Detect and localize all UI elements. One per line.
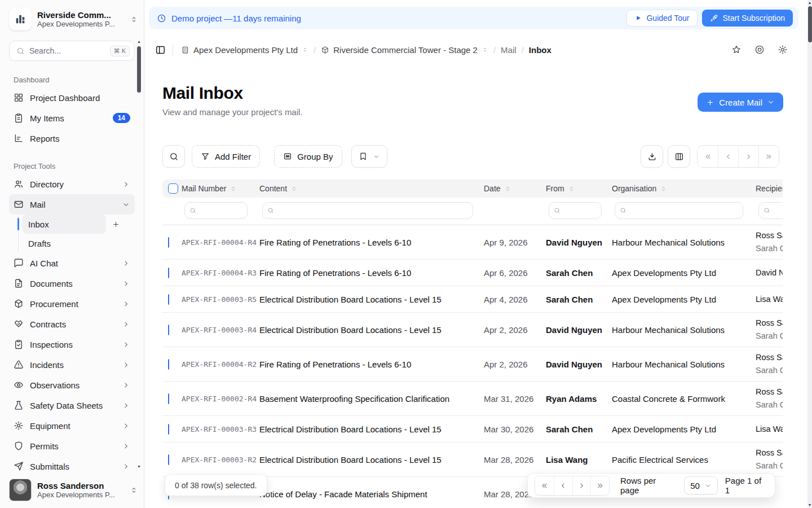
breadcrumb-project[interactable]: Riverside Commercial Tower - Stage 2	[321, 45, 488, 55]
table-search-button[interactable]	[162, 145, 185, 168]
row-checkbox[interactable]	[168, 294, 169, 305]
sidebar-item-ai-chat[interactable]: AI Chat	[9, 253, 135, 273]
row-checkbox[interactable]	[168, 393, 169, 404]
start-subscription-button[interactable]: Start Subscription	[702, 10, 793, 27]
next-page-button[interactable]	[738, 146, 758, 167]
add-filter-button[interactable]: Add Filter	[192, 145, 260, 168]
column-header-content[interactable]: Content	[259, 184, 484, 193]
user-menu[interactable]: Ross Sanderson Apex Developments P...	[0, 472, 144, 508]
breadcrumb-mail[interactable]: Mail	[501, 45, 517, 55]
sidebar-item-directory[interactable]: Directory	[9, 174, 135, 194]
export-download-button[interactable]	[641, 145, 663, 168]
filter-input-recipients[interactable]	[758, 202, 783, 219]
sidebar-scrollbar[interactable]: ▲ ▼	[137, 40, 141, 471]
select-all-checkbox[interactable]	[168, 183, 178, 194]
table-row[interactable]: APEX-RFI-00004-R4 Fire Rating of Penetra…	[162, 225, 783, 260]
row-checkbox[interactable]	[168, 325, 169, 335]
table-row[interactable]: APEX-RFI-00003-R2 Electrical Distributio…	[162, 443, 783, 477]
column-header-recipients[interactable]: Recipients	[756, 184, 783, 193]
table-row[interactable]: APEX-RFI-00003-R5 Electrical Distributio…	[162, 286, 783, 313]
prev-page-button[interactable]	[718, 146, 738, 167]
sidebar-item-inspections[interactable]: Inspections	[9, 334, 135, 354]
sidebar-toggle-button[interactable]	[155, 45, 166, 55]
filter-input-from[interactable]	[549, 202, 602, 219]
group-by-button[interactable]: Group By	[274, 145, 342, 168]
saved-views-button[interactable]	[351, 145, 387, 168]
org-switcher[interactable]: Riverside Comm... Apex Developments P...	[0, 0, 144, 36]
row-checkbox[interactable]	[168, 359, 169, 370]
sidebar-item-my-items[interactable]: My Items14	[9, 108, 135, 128]
scroll-down-arrow-icon[interactable]: ▼	[137, 465, 141, 468]
sort-icon[interactable]	[230, 185, 237, 192]
column-header-date[interactable]: Date	[484, 184, 546, 193]
chevron-right-icon	[122, 361, 130, 369]
sidebar-subitem-inbox[interactable]: Inbox	[23, 214, 106, 234]
settings-gear-icon[interactable]	[778, 45, 788, 55]
help-icon[interactable]	[754, 45, 765, 55]
columns-button[interactable]	[668, 145, 690, 168]
sidebar-item-permits[interactable]: Permits	[9, 436, 135, 456]
sidebar-item-contracts[interactable]: Contracts	[9, 314, 135, 334]
table-row[interactable]: APEX-RFI-00003-R4 Electrical Distributio…	[162, 313, 783, 347]
row-checkbox[interactable]	[168, 237, 169, 248]
column-header-from[interactable]: From	[546, 184, 612, 193]
rocket-icon	[710, 14, 718, 23]
sidebar-item-submittals[interactable]: Submittals	[9, 456, 135, 472]
table-row[interactable]: APEX-RFI-00003-R3 Electrical Distributio…	[162, 416, 783, 443]
scroll-up-arrow-icon[interactable]: ▲	[807, 1, 812, 5]
sidebar-item-procurement[interactable]: Procurement	[9, 294, 135, 314]
first-page-button[interactable]	[698, 146, 718, 167]
content-cell: Electrical Distribution Board Locations …	[259, 325, 484, 335]
add-mail-plus-icon[interactable]	[112, 214, 120, 234]
row-checkbox[interactable]	[168, 454, 169, 465]
from-cell: Lisa Wang	[546, 455, 612, 465]
last-page-button[interactable]	[758, 146, 779, 167]
next-page-button[interactable]	[572, 476, 591, 495]
sort-icon[interactable]	[660, 185, 667, 192]
filter-input-organisation[interactable]	[615, 202, 743, 219]
page-size-select[interactable]: 50	[684, 476, 718, 494]
last-page-button[interactable]	[590, 476, 609, 495]
sort-icon[interactable]	[568, 185, 575, 192]
column-header-mail-number[interactable]: Mail Number	[182, 184, 259, 193]
mail-number-cell: APEX-RFI-00003-R5	[182, 295, 259, 304]
sidebar-item-project-dashboard[interactable]: Project Dashboard	[9, 87, 135, 108]
filter-input-content[interactable]	[262, 202, 473, 219]
sidebar-item-equipment[interactable]: Equipment	[9, 415, 135, 436]
breadcrumb-separator: /	[522, 45, 524, 55]
scroll-down-arrow-icon[interactable]: ▼	[807, 503, 812, 507]
sidebar-item-incidents[interactable]: Incidents	[9, 354, 135, 375]
scroll-up-arrow-icon[interactable]: ▲	[137, 40, 141, 43]
mail-subtree: Inbox Drafts	[18, 214, 135, 253]
window-scrollbar[interactable]: ▲ ▼	[807, 0, 812, 508]
chevron-right-icon	[122, 401, 130, 410]
table-row[interactable]: APEX-RFI-00004-R2 Fire Rating of Penetra…	[162, 347, 783, 382]
sidebar-item-documents[interactable]: Documents	[9, 273, 135, 294]
download-icon	[647, 152, 657, 161]
prev-page-button[interactable]	[554, 476, 572, 495]
table-row[interactable]: APEX-RFI-00002-R4 Basement Waterproofing…	[162, 382, 783, 416]
window-scrollbar-thumb[interactable]	[808, 6, 812, 42]
create-mail-button[interactable]: Create Mail	[698, 93, 783, 112]
filter-input-mail-number[interactable]	[184, 202, 248, 219]
favorite-star-icon[interactable]	[731, 45, 742, 55]
guided-tour-button[interactable]: Guided Tour	[626, 10, 697, 27]
sort-icon[interactable]	[290, 185, 298, 192]
org-name: Riverside Comm...	[37, 10, 124, 20]
column-header-organisation[interactable]: Organisation	[612, 184, 756, 193]
sidebar-item-reports[interactable]: Reports	[9, 128, 135, 148]
search-input[interactable]: Search... ⌘ K	[9, 41, 135, 61]
chevrons-left-icon	[540, 481, 549, 490]
first-page-button[interactable]	[535, 476, 554, 495]
breadcrumb-org[interactable]: Apex Developments Pty Ltd	[181, 45, 308, 55]
chevron-right-icon	[577, 481, 586, 490]
sidebar-item-mail[interactable]: Mail	[9, 194, 135, 214]
sidebar-subitem-drafts[interactable]: Drafts	[23, 234, 106, 253]
sort-icon[interactable]	[504, 185, 511, 192]
sidebar-item-observations[interactable]: Observations	[9, 375, 135, 395]
sidebar-item-safety-data-sheets[interactable]: Safety Data Sheets	[9, 395, 135, 415]
row-checkbox[interactable]	[168, 268, 169, 278]
table-row[interactable]: APEX-RFI-00004-R3 Fire Rating of Penetra…	[162, 260, 783, 286]
row-checkbox[interactable]	[168, 424, 169, 435]
sidebar-scrollbar-thumb[interactable]	[137, 46, 141, 93]
